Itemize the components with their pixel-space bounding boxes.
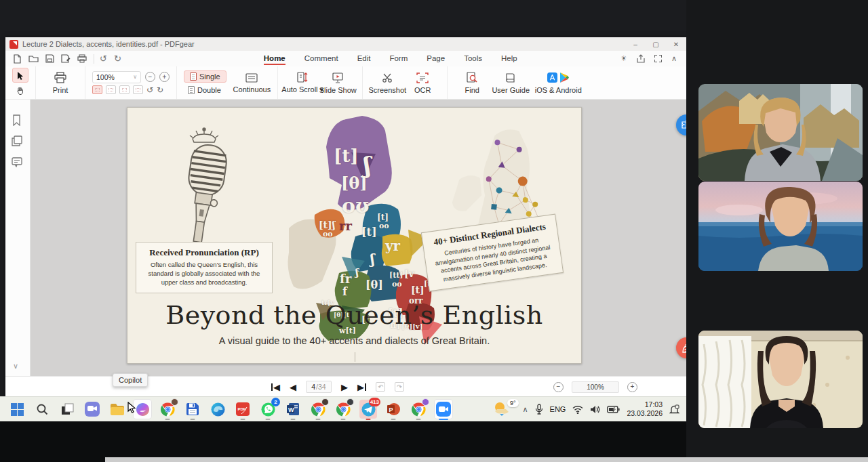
- double-page-button[interactable]: Double: [184, 85, 226, 96]
- document-area[interactable]: Received Pronunciation (RP) Often called…: [31, 100, 686, 376]
- zoom-level-select[interactable]: 100%∨: [92, 71, 141, 83]
- previous-view-button[interactable]: [376, 382, 385, 392]
- find-button[interactable]: Find: [454, 72, 490, 94]
- fit-page-button[interactable]: [119, 85, 130, 94]
- telegram-button[interactable]: 413: [359, 400, 377, 419]
- zoom-app-button[interactable]: [435, 400, 452, 419]
- pdfgear-taskbar-button[interactable]: PDF: [234, 400, 252, 419]
- zoom-app-icon: [436, 402, 451, 417]
- pdf-to-word-icon: W: [681, 119, 686, 131]
- find-icon: [467, 72, 477, 83]
- running-indicator: [439, 419, 448, 421]
- fit-height-button[interactable]: [133, 85, 143, 94]
- ios-android-button[interactable]: iOS & Android: [532, 72, 585, 94]
- tab-form[interactable]: Form: [382, 52, 414, 65]
- date-label: 23.03.2026: [627, 409, 663, 418]
- ocr-button[interactable]: OCR: [405, 72, 440, 94]
- print-button[interactable]: Print: [43, 72, 78, 94]
- tab-comment[interactable]: Comment: [298, 52, 345, 65]
- bookmarks-icon[interactable]: [12, 114, 22, 126]
- clock[interactable]: 17:03 23.03.2026: [627, 400, 663, 418]
- first-page-button[interactable]: ◀: [271, 382, 280, 392]
- chrome-profile1-button[interactable]: [159, 400, 176, 419]
- hand-tool-button[interactable]: [12, 84, 28, 98]
- last-page-button[interactable]: ▶: [357, 382, 366, 392]
- zoom-in-button[interactable]: +: [159, 72, 170, 82]
- rotate-left-button[interactable]: ↺: [146, 85, 153, 95]
- participant-video-2[interactable]: [698, 182, 863, 271]
- save-icon[interactable]: [45, 54, 54, 63]
- tab-home[interactable]: Home: [257, 52, 292, 65]
- copilot-icon: [136, 402, 150, 417]
- word-button[interactable]: W: [284, 400, 302, 419]
- pdfgear-restore-button[interactable]: ▢: [646, 37, 666, 51]
- floppy-app-button[interactable]: [184, 400, 201, 419]
- search-button[interactable]: [33, 400, 51, 419]
- zoom-out-button[interactable]: −: [145, 72, 155, 82]
- tray-expand-chevron[interactable]: ∧: [523, 405, 528, 414]
- task-view-button[interactable]: [58, 400, 76, 419]
- tab-edit[interactable]: Edit: [351, 52, 378, 65]
- chrome-profile4-button[interactable]: [410, 400, 427, 419]
- file-explorer-button[interactable]: [108, 400, 126, 419]
- tab-page[interactable]: Page: [420, 52, 452, 65]
- next-page-button[interactable]: ▶: [341, 382, 348, 392]
- whatsapp-button[interactable]: 2: [259, 400, 277, 419]
- tab-tools[interactable]: Tools: [457, 52, 489, 65]
- new-file-icon[interactable]: [12, 54, 22, 64]
- continuous-button[interactable]: Continuous: [233, 72, 271, 93]
- sidebar-collapse-chevron[interactable]: ∨: [13, 362, 18, 371]
- print-quick-icon[interactable]: [77, 54, 87, 63]
- pdfgear-titlebar[interactable]: Lecture 2 Dialects, accents, identities.…: [5, 37, 686, 51]
- status-zoom-level[interactable]: 100%: [572, 381, 619, 393]
- page-number-input[interactable]: 4 /34: [306, 381, 332, 393]
- powerpoint-button[interactable]: P: [384, 400, 402, 419]
- start-button[interactable]: [8, 400, 26, 419]
- language-indicator[interactable]: ENG: [550, 405, 566, 413]
- undo-button[interactable]: ↺: [100, 54, 107, 64]
- double-page-icon: [188, 86, 195, 94]
- theme-icon[interactable]: ☀: [620, 54, 627, 63]
- notification-bell-icon[interactable]: [669, 404, 679, 415]
- edge-button[interactable]: [209, 400, 226, 419]
- single-page-button[interactable]: Single: [184, 70, 226, 83]
- pdfgear-minimize-button[interactable]: –: [625, 37, 646, 51]
- next-view-button[interactable]: [395, 382, 404, 392]
- microphone-tray-icon[interactable]: [535, 404, 543, 415]
- chrome-profile3-button[interactable]: [334, 400, 352, 419]
- convert-to-word-fab[interactable]: W: [676, 114, 686, 135]
- folder-icon: [110, 403, 125, 416]
- participant-video-1[interactable]: [698, 84, 863, 181]
- ai-assistant-fab[interactable]: [676, 337, 686, 358]
- wifi-icon[interactable]: [572, 405, 583, 414]
- user-guide-button[interactable]: User Guide: [490, 72, 532, 94]
- edge-icon: [211, 402, 225, 417]
- pdfgear-close-button[interactable]: ✕: [666, 37, 686, 51]
- rotate-right-button[interactable]: ↻: [157, 85, 163, 95]
- chrome-profile2-button[interactable]: [309, 400, 327, 419]
- collapse-ribbon-icon[interactable]: ∧: [671, 54, 677, 63]
- status-zoom-in-button[interactable]: +: [627, 382, 637, 392]
- screenshot-button[interactable]: Screenshot: [370, 72, 405, 94]
- actual-size-button[interactable]: [92, 85, 102, 94]
- redo-button[interactable]: ↻: [114, 54, 121, 64]
- open-file-icon[interactable]: [28, 54, 39, 63]
- weather-widget[interactable]: 9°: [493, 400, 516, 418]
- battery-icon[interactable]: [607, 406, 620, 413]
- tab-help[interactable]: Help: [494, 52, 524, 65]
- robot-icon: [681, 343, 686, 354]
- previous-page-button[interactable]: ◀: [290, 382, 296, 392]
- slide-show-button[interactable]: Slide Show: [320, 72, 355, 94]
- speaker-icon[interactable]: [590, 405, 600, 414]
- teams-chat-button[interactable]: [83, 400, 101, 419]
- comments-icon[interactable]: [12, 157, 22, 167]
- auto-scroll-button[interactable]: Auto Scroll ▾: [285, 71, 320, 94]
- participant-video-3[interactable]: [698, 331, 863, 428]
- share-icon[interactable]: [637, 54, 645, 63]
- fullscreen-icon[interactable]: [654, 55, 662, 62]
- save-as-icon[interactable]: [61, 54, 71, 63]
- status-zoom-out-button[interactable]: −: [553, 382, 564, 392]
- fit-width-button[interactable]: [106, 85, 116, 94]
- select-tool-button[interactable]: [12, 68, 28, 83]
- page-thumbnails-icon[interactable]: [12, 135, 22, 146]
